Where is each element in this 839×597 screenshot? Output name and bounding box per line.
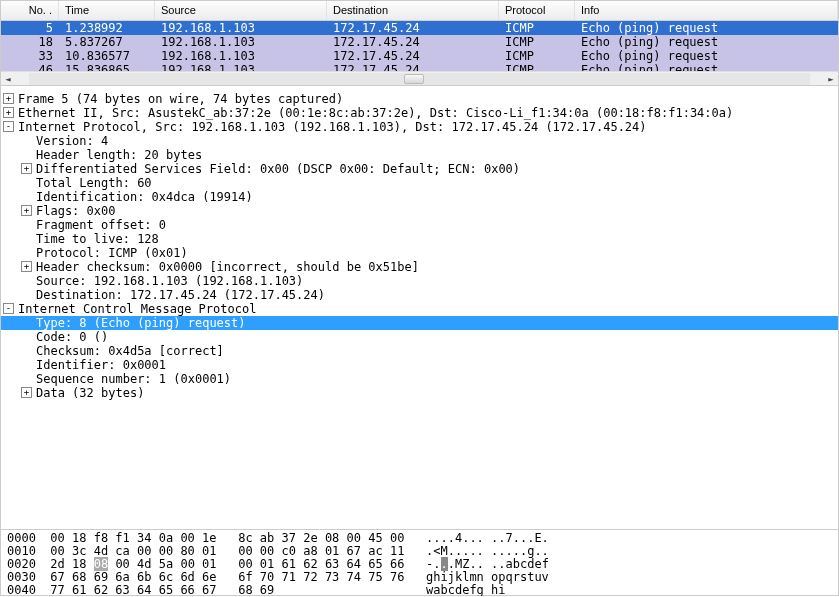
tree-row[interactable]: Identification: 0x4dca (19914) [1, 190, 838, 204]
tree-label: Data (32 bytes) [36, 386, 144, 400]
tree-row[interactable]: Sequence number: 1 (0x0001) [1, 372, 838, 386]
hex-row[interactable]: 0040 77 61 62 63 64 65 66 67 68 69 wabcd… [7, 584, 832, 596]
tree-row[interactable]: +Flags: 0x00 [1, 204, 838, 218]
col-header-time[interactable]: Time [59, 1, 155, 20]
expand-icon[interactable]: + [21, 205, 32, 216]
cell-dst: 172.17.45.24 [327, 49, 499, 63]
scroll-track[interactable] [29, 73, 810, 85]
tree-label: Source: 192.168.1.103 (192.168.1.103) [36, 274, 303, 288]
expand-icon[interactable]: + [21, 387, 32, 398]
cell-proto: ICMP [499, 21, 575, 35]
tree-label: Frame 5 (74 bytes on wire, 74 bytes capt… [18, 92, 343, 106]
packet-list-header: No. . Time Source Destination Protocol I… [1, 1, 838, 21]
tree-label: Sequence number: 1 (0x0001) [36, 372, 231, 386]
tree-label: Ethernet II, Src: AsustekC_ab:37:2e (00:… [18, 106, 733, 120]
tree-label: Type: 8 (Echo (ping) request) [36, 316, 246, 330]
cell-dst: 172.17.45.24 [327, 21, 499, 35]
packet-row[interactable]: 51.238992192.168.1.103172.17.45.24ICMPEc… [1, 21, 838, 35]
expand-icon[interactable]: + [21, 261, 32, 272]
tree-label: Time to live: 128 [36, 232, 159, 246]
col-header-proto[interactable]: Protocol [499, 1, 575, 20]
tree-row[interactable]: Protocol: ICMP (0x01) [1, 246, 838, 260]
tree-label: Identification: 0x4dca (19914) [36, 190, 253, 204]
scroll-thumb[interactable] [404, 74, 424, 84]
tree-row[interactable]: Fragment offset: 0 [1, 218, 838, 232]
cell-src: 192.168.1.103 [155, 35, 327, 49]
tree-label: Code: 0 () [36, 330, 108, 344]
packet-row[interactable]: 185.837267192.168.1.103172.17.45.24ICMPE… [1, 35, 838, 49]
tree-row[interactable]: +Frame 5 (74 bytes on wire, 74 bytes cap… [1, 92, 838, 106]
tree-label: Total Length: 60 [36, 176, 152, 190]
tree-row[interactable]: +Header checksum: 0x0000 [incorrect, sho… [1, 260, 838, 274]
tree-row[interactable]: Header length: 20 bytes [1, 148, 838, 162]
tree-row[interactable]: Checksum: 0x4d5a [correct] [1, 344, 838, 358]
tree-row[interactable]: -Internet Protocol, Src: 192.168.1.103 (… [1, 120, 838, 134]
tree-row[interactable]: Time to live: 128 [1, 232, 838, 246]
tree-row[interactable]: +Differentiated Services Field: 0x00 (DS… [1, 162, 838, 176]
collapse-icon[interactable]: - [3, 121, 14, 132]
packet-list-pane: No. . Time Source Destination Protocol I… [0, 0, 839, 86]
cell-src: 192.168.1.103 [155, 49, 327, 63]
tree-label: Header checksum: 0x0000 [incorrect, shou… [36, 260, 419, 274]
cell-proto: ICMP [499, 35, 575, 49]
tree-row[interactable]: Identifier: 0x0001 [1, 358, 838, 372]
cell-no: 33 [1, 49, 59, 63]
tree-row[interactable]: +Ethernet II, Src: AsustekC_ab:37:2e (00… [1, 106, 838, 120]
cell-time: 10.836577 [59, 49, 155, 63]
tree-row[interactable]: Version: 4 [1, 134, 838, 148]
tree-label: Identifier: 0x0001 [36, 358, 166, 372]
hex-dump-pane: 0000 00 18 f8 f1 34 0a 00 1e 8c ab 37 2e… [0, 530, 839, 596]
packet-list-body: 51.238992192.168.1.103172.17.45.24ICMPEc… [1, 21, 838, 73]
tree-label: Checksum: 0x4d5a [correct] [36, 344, 224, 358]
expand-icon[interactable]: + [3, 107, 14, 118]
tree-row[interactable]: Total Length: 60 [1, 176, 838, 190]
cell-info: Echo (ping) request [575, 49, 838, 63]
tree-label: Differentiated Services Field: 0x00 (DSC… [36, 162, 520, 176]
cell-proto: ICMP [499, 49, 575, 63]
tree-label: Version: 4 [36, 134, 108, 148]
cell-time: 5.837267 [59, 35, 155, 49]
tree-row[interactable]: Source: 192.168.1.103 (192.168.1.103) [1, 274, 838, 288]
tree-row[interactable]: Destination: 172.17.45.24 (172.17.45.24) [1, 288, 838, 302]
tree-label: Header length: 20 bytes [36, 148, 202, 162]
cell-src: 192.168.1.103 [155, 21, 327, 35]
tree-label: Fragment offset: 0 [36, 218, 166, 232]
scroll-left-icon[interactable]: ◄ [1, 72, 15, 86]
expand-icon[interactable]: + [21, 163, 32, 174]
collapse-icon[interactable]: - [3, 303, 14, 314]
cell-dst: 172.17.45.24 [327, 35, 499, 49]
scroll-right-icon[interactable]: ► [824, 72, 838, 86]
horizontal-scrollbar[interactable]: ◄ ► [1, 71, 838, 85]
cell-no: 5 [1, 21, 59, 35]
tree-label: Protocol: ICMP (0x01) [36, 246, 188, 260]
tree-row[interactable]: Code: 0 () [1, 330, 838, 344]
cell-no: 18 [1, 35, 59, 49]
tree-label: Internet Protocol, Src: 192.168.1.103 (1… [18, 120, 647, 134]
tree-row[interactable]: -Internet Control Message Protocol [1, 302, 838, 316]
cell-time: 1.238992 [59, 21, 155, 35]
col-header-info[interactable]: Info [575, 1, 838, 20]
tree-row[interactable]: +Data (32 bytes) [1, 386, 838, 400]
col-header-dst[interactable]: Destination [327, 1, 499, 20]
packet-details-pane: +Frame 5 (74 bytes on wire, 74 bytes cap… [0, 86, 839, 530]
tree-row[interactable]: Type: 8 (Echo (ping) request) [1, 316, 838, 330]
col-header-no[interactable]: No. . [1, 1, 59, 20]
tree-label: Flags: 0x00 [36, 204, 115, 218]
expand-icon[interactable]: + [3, 93, 14, 104]
packet-row[interactable]: 3310.836577192.168.1.103172.17.45.24ICMP… [1, 49, 838, 63]
col-header-src[interactable]: Source [155, 1, 327, 20]
cell-info: Echo (ping) request [575, 21, 838, 35]
tree-label: Internet Control Message Protocol [18, 302, 256, 316]
cell-info: Echo (ping) request [575, 35, 838, 49]
tree-label: Destination: 172.17.45.24 (172.17.45.24) [36, 288, 325, 302]
